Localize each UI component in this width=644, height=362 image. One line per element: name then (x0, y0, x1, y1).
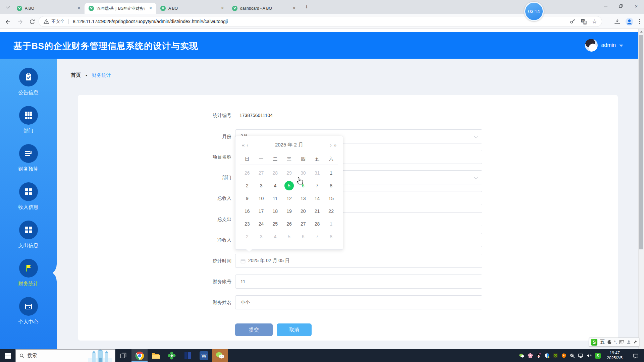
calendar-day[interactable]: 2 (240, 230, 254, 243)
tray-icon[interactable] (536, 353, 541, 358)
cancel-button[interactable]: 取消 (277, 323, 312, 336)
calendar-day[interactable]: 26 (240, 167, 254, 179)
prev-year-button[interactable]: « (241, 142, 246, 147)
browser-menu-icon[interactable] (638, 18, 641, 25)
tray-icon[interactable] (570, 353, 575, 358)
browser-tab[interactable]: dashboard - A BO × (228, 3, 300, 14)
calendar-day[interactable]: 4 (268, 179, 282, 192)
sidebar-item[interactable]: 支出信息 (0, 216, 57, 254)
close-button[interactable]: × (629, 0, 644, 12)
action-center-button[interactable] (629, 353, 643, 359)
profile-icon[interactable] (626, 18, 633, 25)
taskbar-app[interactable] (115, 349, 131, 362)
taskbar-app[interactable] (164, 349, 180, 362)
calendar-day[interactable]: 23 (240, 218, 254, 230)
taskbar-app[interactable]: W (196, 349, 212, 362)
sidebar-item[interactable]: 个人中心 (0, 292, 57, 330)
prev-month-button[interactable]: ‹ (246, 142, 249, 147)
security-chip[interactable]: 不安全 (44, 18, 64, 24)
account-input[interactable]: 11 (235, 275, 482, 289)
password-key-icon[interactable] (570, 18, 576, 24)
minimize-button[interactable] (598, 0, 613, 12)
scrollbar-up-arrow[interactable] (639, 29, 644, 34)
calendar-day[interactable]: 26 (282, 218, 296, 230)
calendar-day[interactable]: 24 (254, 218, 268, 230)
restore-button[interactable] (613, 0, 629, 12)
tray-icon[interactable] (519, 353, 525, 359)
bookmark-star-icon[interactable]: ☆ (592, 19, 597, 24)
calendar-day[interactable]: 29 (282, 167, 296, 179)
calendar-day[interactable]: 17 (254, 205, 268, 218)
keyboard-icon[interactable] (619, 340, 624, 344)
tab-close-icon[interactable]: × (76, 5, 82, 11)
sogou-logo-icon[interactable]: S (591, 339, 597, 346)
browser-tab[interactable]: A BO × (156, 3, 228, 14)
new-tab-button[interactable]: + (302, 2, 311, 12)
next-year-button[interactable]: » (333, 142, 337, 147)
refresh-button[interactable] (28, 18, 36, 26)
user-menu[interactable]: admin (585, 39, 623, 52)
calendar-day[interactable]: 5 (282, 230, 296, 243)
ime-mode-label[interactable]: 五 (600, 339, 605, 345)
calendar-day[interactable]: 6 (296, 230, 310, 243)
calendar-day[interactable]: 14 (310, 192, 324, 205)
calendar-day[interactable]: 22 (324, 205, 338, 218)
scrollbar[interactable] (638, 29, 644, 349)
taskbar-app[interactable] (148, 349, 164, 362)
taskbar-clock[interactable]: 19:47 2025/2/5 (604, 351, 626, 361)
calendar-day[interactable]: 9 (240, 192, 254, 205)
calendar-day[interactable]: 19 (282, 205, 296, 218)
calendar-day[interactable]: 8 (324, 230, 338, 243)
calendar-day[interactable]: 15 (324, 192, 338, 205)
stat-time-date-input[interactable]: 2025 年 02 月 05 日 (235, 254, 482, 268)
person-icon[interactable] (627, 340, 631, 344)
tray-icon[interactable] (528, 353, 533, 358)
calendar-day[interactable]: 21 (310, 205, 324, 218)
address-bar[interactable]: 不安全 8.129.11.174:9028/springboot7uopytym… (39, 16, 602, 26)
tab-close-icon[interactable]: × (291, 5, 297, 11)
tray-icon[interactable] (578, 353, 583, 358)
calendar-day[interactable]: 28 (268, 167, 282, 179)
taskbar-app[interactable] (180, 349, 196, 362)
sidebar-item[interactable]: 公告信息 (0, 63, 57, 101)
calendar-day[interactable]: 8 (324, 179, 338, 192)
tray-icon[interactable] (553, 353, 558, 358)
moon-icon[interactable] (607, 340, 611, 345)
calendar-day[interactable]: 11 (268, 192, 282, 205)
taskbar-app[interactable] (131, 349, 148, 362)
sidebar-item[interactable]: 收入信息 (0, 177, 57, 216)
translate-icon[interactable]: 文A (581, 18, 587, 25)
calendar-day[interactable]: 27 (296, 218, 310, 230)
sidebar-item[interactable]: 财务统计 (0, 254, 57, 292)
browser-tab[interactable]: A BO × (13, 3, 85, 14)
calendar-day[interactable]: 4 (268, 230, 282, 243)
tray-icon[interactable] (544, 353, 550, 358)
submit-button[interactable]: 提交 (235, 323, 273, 336)
calendar-day[interactable]: 27 (254, 167, 268, 179)
sidebar-item[interactable]: 部门 (0, 101, 57, 139)
tab-close-icon[interactable]: × (148, 5, 154, 11)
back-button[interactable] (4, 18, 12, 26)
forward-button[interactable] (16, 18, 24, 26)
calendar-day[interactable]: 3 (254, 230, 268, 243)
scrollbar-thumb[interactable] (639, 35, 643, 249)
calendar-day[interactable]: 5 (282, 179, 296, 192)
calendar-day[interactable]: 1 (324, 167, 338, 179)
calendar-day[interactable]: 13 (296, 192, 310, 205)
wrench-icon[interactable] (633, 340, 637, 344)
calendar-day[interactable]: 1 (324, 218, 338, 230)
taskbar-app[interactable] (212, 349, 228, 362)
breadcrumb-current[interactable]: 财务统计 (92, 72, 111, 78)
download-icon[interactable] (614, 18, 621, 25)
calendar-day[interactable]: 16 (240, 205, 254, 218)
calendar-day[interactable]: 28 (310, 218, 324, 230)
calendar-day[interactable]: 10 (254, 192, 268, 205)
calendar-day[interactable]: 18 (268, 205, 282, 218)
next-month-button[interactable]: › (329, 142, 333, 147)
ime-toolbar[interactable]: S 五 °, (589, 338, 639, 347)
calendar-day[interactable]: 20 (296, 205, 310, 218)
tray-icon[interactable] (586, 353, 592, 358)
calendar-day[interactable]: 3 (254, 179, 268, 192)
calendar-day[interactable]: 2 (240, 179, 254, 192)
calendar-day[interactable]: 7 (310, 179, 324, 192)
